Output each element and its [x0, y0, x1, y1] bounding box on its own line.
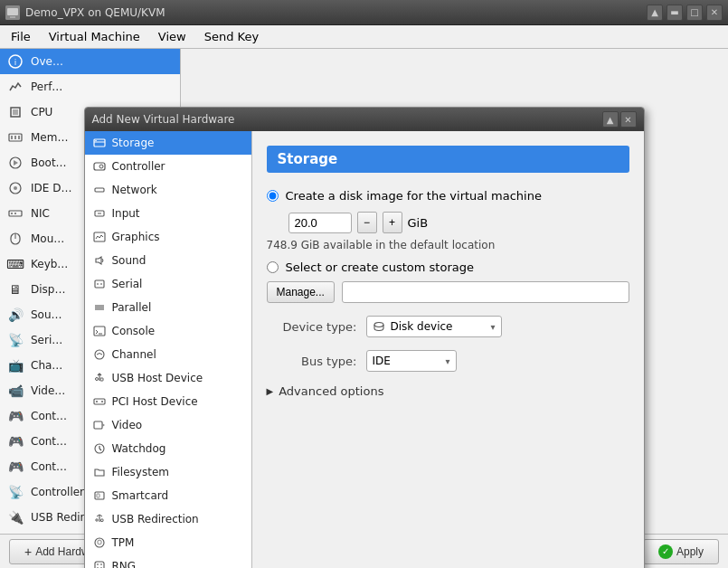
- list-item-sound[interactable]: Sound: [85, 249, 251, 272]
- video-list-icon: [92, 418, 107, 432]
- menu-view[interactable]: View: [151, 27, 194, 46]
- list-label-smartcard: Smartcard: [112, 489, 169, 502]
- svg-rect-44: [94, 421, 102, 429]
- manage-row: Manage...: [267, 281, 629, 303]
- bus-type-dropdown-arrow: ▾: [445, 356, 449, 366]
- list-label-usb-host: USB Host Device: [112, 372, 203, 384]
- list-label-sound: Sound: [112, 254, 147, 267]
- section-title: Storage: [267, 146, 629, 173]
- storage-icon: [92, 136, 107, 150]
- list-item-filesystem[interactable]: Filesystem: [85, 460, 251, 484]
- overview-icon: i: [7, 53, 24, 70]
- svg-rect-40: [100, 378, 103, 381]
- close-btn[interactable]: ✕: [706, 5, 723, 21]
- sidebar-label-overview: Ove…: [31, 55, 63, 68]
- disk-device-icon: [373, 320, 385, 333]
- list-item-pci-host[interactable]: PCI Host Device: [85, 390, 251, 413]
- list-item-input[interactable]: Input: [85, 202, 251, 225]
- dialog-titlebar-controls: ▲ ✕: [602, 111, 637, 128]
- size-input[interactable]: 20.0: [288, 213, 352, 233]
- list-item-smartcard[interactable]: Smartcard: [85, 484, 251, 507]
- custom-radio[interactable]: [267, 261, 279, 273]
- list-label-video: Video: [112, 419, 143, 431]
- svg-rect-43: [101, 401, 103, 402]
- svg-rect-30: [95, 280, 104, 288]
- dialog-up-btn[interactable]: ▲: [602, 111, 619, 128]
- svg-point-51: [95, 519, 97, 521]
- list-item-watchdog[interactable]: Watchdog: [85, 437, 251, 460]
- list-item-storage[interactable]: Storage: [85, 131, 251, 155]
- svg-point-32: [100, 283, 102, 285]
- list-item-parallel[interactable]: Parallel: [85, 296, 251, 319]
- apply-label: Apply: [676, 545, 704, 558]
- list-label-input: Input: [112, 207, 140, 220]
- dialog-right-panel: Storage Create a disk image for the virt…: [252, 131, 644, 568]
- device-type-row: Device type: Disk device ▾: [267, 316, 629, 337]
- apply-button[interactable]: ✓ Apply: [643, 539, 719, 564]
- window-title: Demo_VPX on QEMU/KVM: [25, 6, 165, 19]
- list-item-controller[interactable]: Controller: [85, 155, 251, 178]
- list-label-console: Console: [112, 325, 156, 337]
- menu-send-key[interactable]: Send Key: [197, 27, 266, 46]
- list-item-usb-redirect[interactable]: USB Redirection: [85, 507, 251, 531]
- list-item-graphics[interactable]: Graphics: [85, 225, 251, 249]
- add-hardware-icon: +: [24, 544, 32, 559]
- maximize-btn[interactable]: □: [686, 5, 703, 21]
- list-item-console[interactable]: Console: [85, 319, 251, 343]
- list-item-video[interactable]: Video: [85, 413, 251, 437]
- storage-path-input[interactable]: [342, 281, 629, 303]
- list-item-usb-host[interactable]: USB Host Device: [85, 366, 251, 390]
- size-increase-btn[interactable]: +: [383, 212, 402, 233]
- advanced-options-row[interactable]: ▶ Advanced options: [267, 384, 629, 398]
- svg-rect-41: [94, 399, 105, 404]
- menu-file[interactable]: File: [4, 27, 38, 46]
- input-icon: [92, 206, 107, 221]
- filesystem-icon: [92, 465, 107, 479]
- bus-type-dropdown[interactable]: IDE ▾: [366, 350, 457, 372]
- create-radio[interactable]: [267, 190, 279, 202]
- svg-rect-54: [95, 562, 104, 568]
- list-item-channel[interactable]: Channel: [85, 343, 251, 366]
- size-unit: GiB: [408, 216, 429, 230]
- svg-rect-2: [10, 16, 15, 18]
- menubar: File Virtual Machine View Send Key: [0, 25, 728, 49]
- dialog-body: Storage Controller Network: [85, 131, 644, 568]
- menu-virtual-machine[interactable]: Virtual Machine: [42, 27, 147, 46]
- svg-rect-52: [100, 519, 103, 522]
- dialog-close-btn[interactable]: ✕: [620, 111, 637, 128]
- svg-rect-25: [95, 188, 104, 192]
- manage-button[interactable]: Manage...: [267, 281, 335, 303]
- list-item-serial[interactable]: Serial: [85, 272, 251, 296]
- advanced-label: Advanced options: [279, 384, 383, 398]
- list-item-tpm[interactable]: TPM: [85, 531, 251, 554]
- svg-point-56: [100, 563, 102, 565]
- usb1-icon: 🔌: [7, 509, 24, 525]
- app-icon: [5, 5, 20, 20]
- list-label-usb-redirect: USB Redirection: [112, 513, 199, 525]
- create-radio-row: Create a disk image for the virtual mach…: [267, 189, 629, 203]
- bus-type-row: Bus type: IDE ▾: [267, 350, 629, 372]
- titlebar-left: Demo_VPX on QEMU/KVM: [5, 5, 165, 20]
- available-text: 748.9 GiB available in the default locat…: [267, 239, 629, 251]
- sound-list-icon: [92, 253, 107, 268]
- dialog-titlebar: Add New Virtual Hardware ▲ ✕: [85, 108, 644, 131]
- add-hardware-dialog: Add New Virtual Hardware ▲ ✕ Storage: [84, 107, 645, 568]
- restore-btn[interactable]: ▬: [667, 5, 683, 21]
- list-label-channel: Channel: [112, 348, 156, 361]
- device-type-dropdown[interactable]: Disk device ▾: [366, 316, 502, 337]
- custom-radio-label: Select or create custom storage: [286, 260, 474, 274]
- list-item-rng[interactable]: RNG: [85, 554, 251, 568]
- svg-point-62: [374, 323, 383, 327]
- channel-list-icon: [92, 347, 107, 362]
- sidebar-item-performance[interactable]: Perf…: [0, 74, 180, 99]
- svg-rect-42: [96, 401, 98, 402]
- list-item-network[interactable]: Network: [85, 178, 251, 202]
- sidebar-item-overview[interactable]: i Ove…: [0, 49, 180, 74]
- svg-point-38: [95, 350, 104, 359]
- list-label-graphics: Graphics: [112, 231, 160, 243]
- create-disk-option: Create a disk image for the virtual mach…: [267, 189, 629, 251]
- minimize-btn[interactable]: ▲: [647, 5, 663, 21]
- list-label-network: Network: [112, 184, 157, 196]
- advanced-triangle: ▶: [267, 386, 274, 396]
- size-decrease-btn[interactable]: −: [357, 212, 377, 233]
